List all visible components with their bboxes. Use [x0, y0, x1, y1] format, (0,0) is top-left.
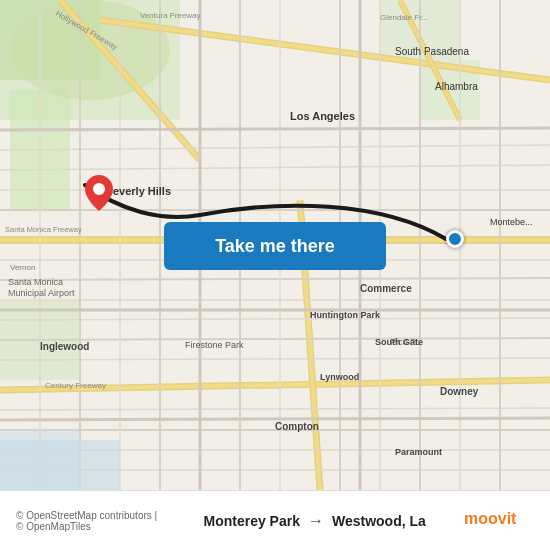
destination-label: Westwood, La	[332, 513, 426, 529]
svg-text:Ventura Freeway: Ventura Freeway	[140, 11, 200, 20]
footer: © OpenStreetMap contributors | © OpenMap…	[0, 490, 550, 550]
svg-text:Commerce: Commerce	[360, 283, 412, 294]
svg-text:Firestone Park: Firestone Park	[185, 340, 244, 350]
svg-text:Compton: Compton	[275, 421, 319, 432]
destination-pin	[446, 230, 464, 248]
svg-text:Vernon: Vernon	[10, 263, 35, 272]
svg-text:Municipal Airport: Municipal Airport	[8, 288, 75, 298]
svg-text:Glendale Fr...: Glendale Fr...	[380, 13, 428, 22]
svg-text:Pico P...: Pico P...	[390, 337, 422, 347]
moovit-brand: moovit	[464, 504, 534, 537]
route-arrow: →	[308, 512, 324, 530]
svg-text:Santa Monica Freeway: Santa Monica Freeway	[5, 225, 82, 234]
svg-text:Paramount: Paramount	[395, 447, 442, 457]
svg-text:Montebe...: Montebe...	[490, 217, 533, 227]
svg-text:Beverly Hills: Beverly Hills	[105, 185, 171, 197]
svg-line-36	[0, 418, 550, 420]
svg-text:moovit: moovit	[464, 510, 517, 527]
svg-text:South Pasadena: South Pasadena	[395, 46, 469, 57]
svg-text:Los Angeles: Los Angeles	[290, 110, 355, 122]
origin-pin	[85, 175, 113, 211]
svg-text:Huntington Park: Huntington Park	[310, 310, 381, 320]
moovit-logo: moovit	[464, 506, 534, 536]
svg-text:Santa Monica: Santa Monica	[8, 277, 63, 287]
svg-text:Lynwood: Lynwood	[320, 372, 359, 382]
svg-rect-40	[0, 430, 80, 490]
map-container: Beverly Hills Los Angeles South Pasadena…	[0, 0, 550, 490]
take-me-there-button[interactable]: Take me there	[164, 222, 386, 270]
svg-text:Century Freeway: Century Freeway	[45, 381, 106, 390]
svg-line-34	[0, 128, 550, 130]
svg-text:Inglewood: Inglewood	[40, 341, 89, 352]
svg-text:Downey: Downey	[440, 386, 479, 397]
map-attribution: © OpenStreetMap contributors | © OpenMap…	[16, 510, 165, 532]
svg-text:Alhambra: Alhambra	[435, 81, 478, 92]
svg-point-64	[93, 183, 105, 195]
origin-label: Monterey Park	[203, 513, 299, 529]
route-info: Monterey Park → Westwood, La	[165, 512, 464, 530]
